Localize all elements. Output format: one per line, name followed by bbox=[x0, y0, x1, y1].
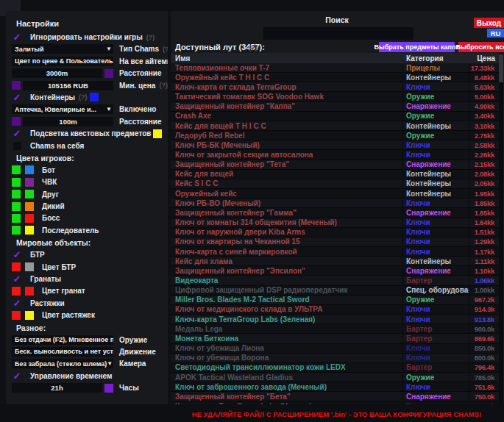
table-row[interactable]: Ключ от закрытой секции автосалонаКлючи2… bbox=[171, 150, 500, 160]
color-swatch[interactable] bbox=[25, 214, 34, 223]
checkbox-checked[interactable]: ✓ bbox=[12, 32, 22, 42]
table-row[interactable]: Защищенный контейнер "Тета"Снаряжение2.1… bbox=[171, 160, 500, 170]
table-row[interactable]: Ключ РБ-БК (Меченый)Ключи2.58kk bbox=[171, 140, 500, 150]
table-row[interactable]: Ключ от комнаты 314 общежития (Меченый)К… bbox=[171, 218, 500, 228]
checkbox-checked[interactable]: ✓ bbox=[12, 93, 22, 102]
table-row[interactable]: Оружейный кейсКонтейнеры1.95kk bbox=[171, 189, 500, 199]
table-row[interactable]: Ледоруб Red RebelОружие2.75kk bbox=[171, 131, 500, 140]
exit-button[interactable]: Выход bbox=[474, 18, 504, 28]
value-input[interactable]: 3000m bbox=[12, 68, 102, 78]
item-price: 914.3k bbox=[469, 305, 494, 313]
color-swatch[interactable] bbox=[90, 93, 99, 101]
color-swatch[interactable] bbox=[12, 287, 21, 296]
dropdown-select[interactable]: Цвет по цене & Пользователь▼ bbox=[12, 57, 113, 66]
color-swatch[interactable] bbox=[25, 311, 34, 320]
color-swatch[interactable] bbox=[25, 178, 34, 187]
table-row[interactable]: Защищенный контейнер "Гамма"Снаряжение1.… bbox=[171, 208, 500, 218]
help-icon: (?) bbox=[159, 82, 168, 89]
checkbox-checked[interactable]: ✓ bbox=[12, 371, 22, 381]
dropdown-select[interactable]: Аптечка, Ювелирные и...▼ bbox=[12, 104, 113, 114]
table-row[interactable]: Кейс S I C CКонтейнеры2.05kk bbox=[171, 179, 500, 189]
color-swatch[interactable] bbox=[12, 190, 21, 199]
check-icon: ✓ bbox=[13, 250, 21, 260]
table-row[interactable]: Цифровой защищенный DSP радиопередатчикС… bbox=[171, 286, 500, 296]
table-row[interactable]: Светодиодный трансиллюминатор кожи LEDXБ… bbox=[171, 363, 500, 373]
table-row[interactable]: Ключ от наружной двери Kiba ArmsКлючи1.5… bbox=[171, 228, 500, 237]
table-row[interactable]: Защищенный контейнер "Каппа"Снаряжение4.… bbox=[171, 102, 500, 112]
table-row[interactable]: Ключ РБ-ВО (Меченый)Ключи1.85kk bbox=[171, 199, 500, 208]
table-row[interactable]: Кейс для вещейКонтейнеры2.08kk bbox=[171, 170, 500, 179]
table-row[interactable]: Ключ от квартиры на Чеканной 15Ключи1.29… bbox=[171, 237, 500, 247]
item-name: Защищенный контейнер "Эпсилон" bbox=[171, 267, 403, 275]
table-row[interactable]: APOK Tactical Wasteland GladiusОружие785… bbox=[171, 373, 500, 382]
drop-all-button[interactable]: Выбросить все bbox=[458, 42, 504, 52]
color-swatch[interactable] bbox=[104, 384, 113, 393]
table-row[interactable]: Тактический томагавк SOG Voodoo HawkОруж… bbox=[171, 92, 500, 101]
dropdown-select[interactable]: Беск. выносливость и нет уста:▼ bbox=[12, 347, 113, 357]
scrollbar[interactable] bbox=[499, 53, 503, 404]
column-category[interactable]: Категория bbox=[403, 54, 469, 62]
dropdown-select[interactable]: Без забрала (стекло шлема)▼ bbox=[12, 359, 113, 368]
table-row[interactable]: Монета БиткоинаБартер869.6k bbox=[171, 334, 500, 343]
item-name: Ключ от наружной двери Kiba Arms bbox=[171, 228, 403, 236]
table-row[interactable]: Ключ от убежища ВоронаКлючи800.0k bbox=[171, 354, 500, 363]
select-kappa-items-button[interactable]: Выбрать предметы каппа bbox=[379, 42, 455, 52]
color-swatch[interactable] bbox=[12, 262, 21, 271]
value-input[interactable]: 105156 RUB bbox=[23, 81, 113, 90]
scrollbar-thumb[interactable] bbox=[499, 54, 503, 82]
table-row[interactable]: Кейс для хламаКонтейнеры1.11kk bbox=[171, 257, 500, 266]
select-row: Беск. выносливость и нет уста:▼Движение bbox=[12, 347, 168, 357]
search-input[interactable] bbox=[263, 27, 414, 40]
checkbox-checked[interactable]: ✓ bbox=[12, 129, 22, 138]
table-row[interactable]: Оружейный кейс T H I C CКонтейнеры8.48kk bbox=[171, 73, 500, 82]
table-row[interactable]: Защищенный контейнер "Бета"Снаряжение750… bbox=[171, 392, 500, 401]
settings-panel: Настройки ✓Игнорировать настройки игры(?… bbox=[6, 11, 168, 406]
dropdown-select[interactable]: Без отдачи (F2), Мгновенное п▼ bbox=[12, 335, 113, 345]
color-swatch[interactable] bbox=[12, 214, 21, 223]
color-swatch[interactable] bbox=[12, 165, 21, 174]
color-swatch[interactable] bbox=[12, 202, 21, 211]
color-swatch[interactable] bbox=[12, 226, 21, 235]
color-swatch[interactable] bbox=[12, 178, 21, 187]
dropdown-select[interactable]: Залитый▼ bbox=[12, 44, 113, 54]
value-input[interactable]: 21h bbox=[12, 383, 102, 393]
table-row[interactable]: Ключ-карта TerraGroup Labs (Зеленая)Ключ… bbox=[171, 315, 500, 324]
table-row[interactable]: Ключ от медицинского склада в УЛЬТРАКлюч… bbox=[171, 305, 500, 315]
table-row[interactable]: Crash AxeОружие3.40kk bbox=[171, 112, 500, 121]
color-swatch[interactable] bbox=[25, 226, 34, 235]
color-swatch[interactable] bbox=[25, 190, 34, 199]
table-row[interactable]: Медаль LegaБартер900.0k bbox=[171, 324, 500, 334]
table-row[interactable]: Ключ-карта с синей маркировкойКлючи1.17k… bbox=[171, 247, 500, 257]
value-input[interactable]: 100m bbox=[23, 117, 113, 126]
column-name[interactable]: Имя bbox=[171, 54, 403, 62]
item-category: Оружие bbox=[403, 112, 469, 120]
column-price[interactable]: Цена bbox=[469, 54, 495, 62]
table-row[interactable]: Защищенный контейнер "Эпсилон"Снаряжение… bbox=[171, 266, 500, 276]
table-row[interactable]: Miller Bros. Blades M-2 Tactical SwordОр… bbox=[171, 296, 500, 305]
color-swatch[interactable] bbox=[153, 129, 162, 138]
table-row[interactable]: Ключ от заброшенного завода (Меченый)Клю… bbox=[171, 382, 500, 392]
select-wrap: Залитый▼ bbox=[12, 44, 113, 54]
color-swatch[interactable] bbox=[25, 165, 34, 174]
color-swatch[interactable] bbox=[25, 287, 34, 296]
item-name: Ключ от убежища Лиона bbox=[171, 344, 403, 352]
select-row: Цвет по цене & Пользователь▼На все айтем… bbox=[12, 57, 168, 66]
color-swatch[interactable] bbox=[25, 202, 34, 211]
table-row[interactable]: Ключ-карта от склада TerraGroupКлючи5.63… bbox=[171, 82, 500, 92]
table-row[interactable]: Ключ от убежища ЛионаКлючи850.0k bbox=[171, 344, 500, 354]
color-swatch[interactable] bbox=[104, 69, 113, 78]
checkbox-checked[interactable]: ✓ bbox=[12, 298, 22, 308]
checkbox-unchecked[interactable] bbox=[12, 141, 22, 151]
language-button[interactable]: RU bbox=[487, 29, 504, 37]
table-row[interactable]: Тепловизионные очки T-7Прицелы17.33kk bbox=[171, 63, 500, 73]
table-row[interactable]: Кейс для вещей T H I C CКонтейнеры3.10kk bbox=[171, 121, 500, 131]
color-swatch[interactable] bbox=[12, 81, 21, 90]
checkbox-checked[interactable]: ✓ bbox=[12, 274, 22, 284]
color-swatch[interactable] bbox=[12, 117, 21, 126]
table-row[interactable]: ВидеокартаБартер1.06kk bbox=[171, 276, 500, 285]
item-category: Ключи bbox=[403, 83, 469, 91]
pair-row: Босс bbox=[12, 213, 168, 223]
color-swatch[interactable] bbox=[25, 262, 34, 271]
color-swatch[interactable] bbox=[12, 311, 21, 320]
checkbox-checked[interactable]: ✓ bbox=[12, 250, 22, 260]
